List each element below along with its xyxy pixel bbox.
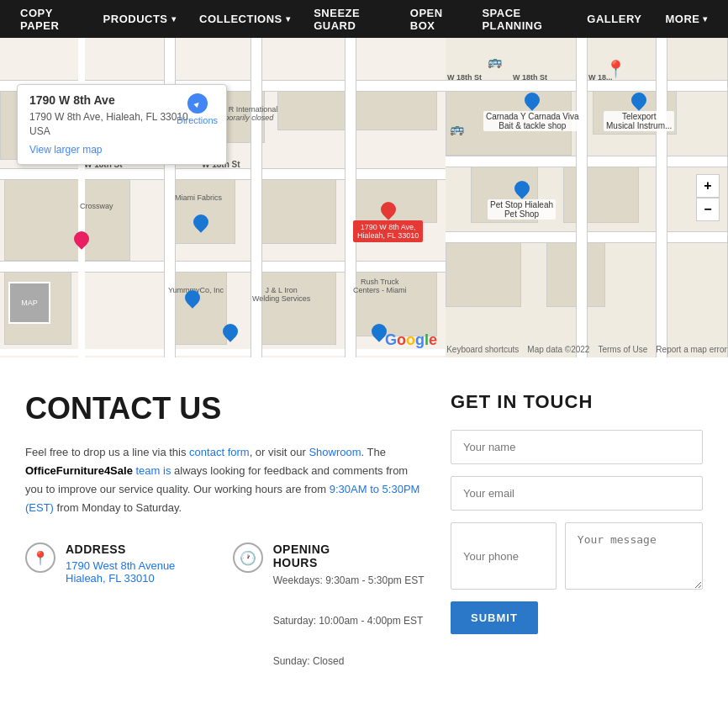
hvac-pin	[185, 290, 200, 305]
bus-icon-r2: 🚌	[450, 122, 464, 135]
rush-truck-label: Rush TruckCenters - Miami	[353, 278, 407, 294]
nav-products[interactable]: PRODUCTS ▾	[92, 13, 187, 25]
message-input[interactable]	[565, 522, 703, 590]
telexport-pin: TelexportMusical Instrum...	[604, 93, 674, 131]
nav-collections[interactable]: COLLECTIONS ▾	[187, 13, 302, 25]
jl-iron-pin	[223, 324, 238, 339]
keyboard-shortcuts[interactable]: Keyboard shortcuts	[446, 345, 519, 354]
map-left[interactable]: 8th Ave W 18th St W 18th St HVAC R Inter…	[0, 38, 446, 357]
map-right[interactable]: W 18th St W 18th St W 18... 8th Ave Carn…	[446, 38, 728, 357]
nav-more[interactable]: MORE ▾	[653, 13, 720, 25]
jl-iron-label: J & L IronWelding Services	[252, 286, 310, 303]
clock-icon: 🕐	[233, 543, 263, 573]
location-icon: 📍	[25, 543, 55, 573]
contact-right: GET IN TOUCH SUBMIT	[451, 391, 703, 704]
navigation: COPY PAPER PRODUCTS ▾ COLLECTIONS ▾ SNEE…	[0, 0, 728, 38]
info-grid: 📍 ADDRESS 1790 West 8th Avenue Hialeah, …	[25, 543, 425, 704]
address-link[interactable]: 1790 West 8th Avenue Hialeah, FL 33010	[66, 559, 175, 585]
zoom-in-button[interactable]: +	[696, 174, 720, 198]
hours-heading: OPENINGHOURS	[273, 543, 425, 569]
main-pin: 1790 W 8th Ave,Hialeah, FL 33010	[353, 202, 423, 242]
hours-item: 🕐 OPENINGHOURS Weekdays: 9:30am - 5:30pm…	[233, 543, 425, 694]
contact-description: Feel free to drop us a line via this con…	[25, 443, 425, 517]
address-heading: ADDRESS	[66, 543, 175, 556]
street-label-w18th-r1: W 18th St	[447, 73, 482, 82]
content-section: CONTACT US Feel free to drop us a line v…	[0, 357, 728, 704]
terms-of-use[interactable]: Terms of Use	[598, 345, 647, 354]
map-thumbnail: MAP	[8, 282, 50, 324]
chevron-down-icon: ▾	[703, 14, 708, 24]
zoom-out-button[interactable]: −	[696, 198, 720, 221]
showroom-link[interactable]: Showroom	[309, 446, 361, 458]
form-title: GET IN TOUCH	[451, 391, 703, 413]
phone-message-row	[451, 522, 703, 590]
pet-stop-pin: Pet Stop HialeahPet Shop	[488, 181, 556, 220]
nav-space-planning[interactable]: SPACE PLANNING	[470, 7, 575, 32]
address-item: 📍 ADDRESS 1790 West 8th Avenue Hialeah, …	[25, 543, 216, 694]
brand-name: OfficeFurniture4Sale	[25, 464, 133, 477]
crossway-label: Crossway	[80, 202, 113, 210]
name-input[interactable]	[451, 430, 703, 464]
map-popup: Directions 1790 W 8th Ave 1790 W 8th Ave…	[17, 84, 227, 165]
phone-input[interactable]	[451, 522, 557, 590]
nav-open-box[interactable]: OPEN BOX	[398, 7, 471, 32]
nav-gallery[interactable]: GALLERY	[575, 13, 653, 25]
street-label-w18th-r2: W 18th St	[513, 73, 547, 82]
chevron-down-icon: ▾	[286, 14, 291, 24]
view-larger-map-link[interactable]: View larger map	[29, 144, 214, 156]
hours-content: OPENINGHOURS Weekdays: 9:30am - 5:30pm E…	[273, 543, 425, 694]
google-logo: Google	[385, 331, 437, 349]
address-content: ADDRESS 1790 West 8th Avenue Hialeah, FL…	[66, 543, 175, 585]
crossway-pin	[74, 231, 89, 246]
chevron-down-icon: ▾	[171, 14, 177, 24]
directions-button[interactable]: Directions	[177, 93, 218, 125]
weekdays-hours: Weekdays: 9:30am - 5:30pm EST	[273, 573, 425, 588]
map-controls: + −	[696, 174, 720, 221]
location-pin-r: 📍	[605, 59, 626, 79]
report-error[interactable]: Report a map error	[656, 345, 726, 354]
email-input[interactable]	[451, 476, 703, 511]
contact-title: CONTACT US	[25, 391, 425, 426]
nav-sneeze-guard[interactable]: SNEEZE GUARD	[302, 7, 398, 32]
nav-copy-paper[interactable]: COPY PAPER	[8, 7, 92, 32]
submit-button[interactable]: SUBMIT	[451, 601, 538, 634]
contact-left: CONTACT US Feel free to drop us a line v…	[25, 391, 425, 704]
contact-form-link[interactable]: contact form	[189, 446, 250, 458]
sunday-hours: Sunday: Closed	[273, 654, 425, 669]
saturday-hours: Saturday: 10:00am - 4:00pm EST	[273, 613, 425, 628]
miami-fabrics-label: Miami Fabrics	[175, 193, 222, 202]
map-section: 8th Ave W 18th St W 18th St HVAC R Inter…	[0, 38, 728, 357]
miami-fabrics-pin	[193, 214, 208, 230]
map-data: Map data ©2022	[527, 345, 589, 354]
bus-icon-r: 🚌	[488, 55, 502, 68]
map-attribution: Keyboard shortcuts Map data ©2022 Terms …	[446, 345, 728, 354]
carnada-pin: Carnada Y Carnada VivaBait & tackle shop	[483, 93, 582, 131]
